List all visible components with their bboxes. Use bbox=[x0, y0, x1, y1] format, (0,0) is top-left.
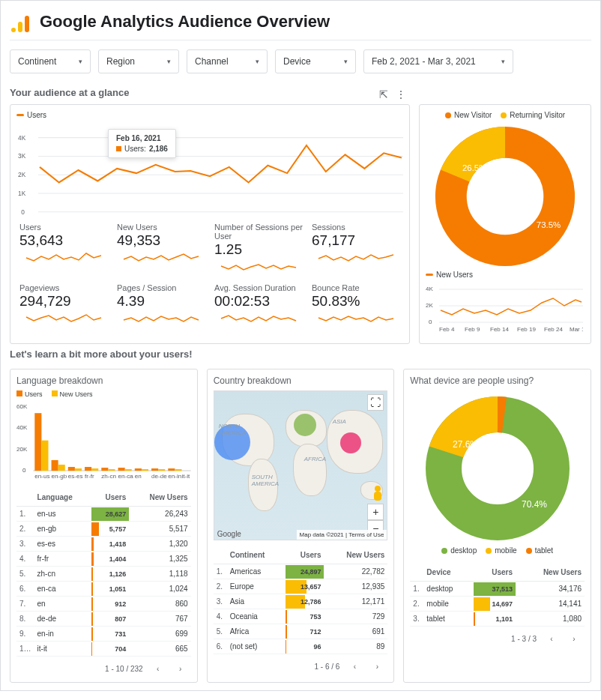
table-row[interactable]: 5. zh-cn 1,126 1,118 bbox=[16, 567, 191, 582]
svg-text:2K: 2K bbox=[426, 302, 433, 309]
table-row[interactable]: 4. fr-fr 1,404 1,325 bbox=[16, 552, 191, 567]
share-icon[interactable]: ⇱ bbox=[379, 88, 388, 100]
filter-bar: Continent▾ Region▾ Channel▾ Device▾ Feb … bbox=[10, 40, 591, 82]
filter-continent[interactable]: Continent▾ bbox=[10, 49, 91, 73]
fullscreen-button[interactable]: ⛶ bbox=[367, 394, 384, 411]
table-row[interactable]: 3. es-es 1,418 1,320 bbox=[16, 537, 191, 552]
svg-text:Feb 19: Feb 19 bbox=[517, 326, 536, 333]
svg-text:Feb 24: Feb 24 bbox=[544, 326, 563, 333]
svg-rect-51 bbox=[91, 468, 98, 471]
zoom-in-button[interactable]: + bbox=[367, 504, 384, 520]
svg-rect-59 bbox=[158, 469, 165, 471]
visitor-donut-chart[interactable]: 73.5% 26.5% bbox=[434, 125, 576, 268]
svg-rect-57 bbox=[142, 469, 148, 471]
svg-rect-54 bbox=[118, 468, 125, 471]
table-row[interactable]: 8. de-de 807 767 bbox=[16, 612, 191, 627]
table-row[interactable]: 3. tablet 1,101 1,080 bbox=[410, 612, 585, 627]
language-table: LanguageUsersNew Users 1. en-us 28,627 2… bbox=[16, 489, 191, 657]
prev-button[interactable]: ‹ bbox=[151, 661, 166, 676]
table-row[interactable]: 2. Europe 13,657 12,935 bbox=[214, 579, 388, 594]
filter-label: Device bbox=[283, 56, 311, 67]
table-row[interactable]: 2. mobile 14,697 14,141 bbox=[410, 597, 585, 612]
filter-label: Continent bbox=[18, 56, 56, 67]
svg-text:3K: 3K bbox=[18, 153, 26, 160]
svg-rect-61 bbox=[175, 469, 181, 471]
new-users-sparkline[interactable]: 4K2K0 Feb 4Feb 9Feb 14Feb 19Feb 24Mar 1 bbox=[426, 282, 583, 334]
language-bar-chart[interactable]: 60K40K20K0 en-usen-gbes-esfr-frzh-cnen-c… bbox=[16, 399, 191, 483]
table-row[interactable]: 1. en-us 28,627 26,243 bbox=[16, 507, 191, 522]
svg-text:20K: 20K bbox=[16, 446, 28, 453]
table-row[interactable]: 5. Africa 712 691 bbox=[214, 624, 388, 639]
svg-text:zh-cn: zh-cn bbox=[101, 473, 116, 480]
svg-rect-46 bbox=[52, 460, 58, 471]
legend-label: Returning Visitor bbox=[510, 111, 565, 119]
continent-table: ContinentUsersNew Users 1. Americas 24,8… bbox=[214, 546, 388, 654]
svg-rect-47 bbox=[58, 465, 65, 471]
kpi-users: Users53,643 bbox=[16, 221, 111, 279]
kpi-pages-session: Pages / Session4.39 bbox=[114, 282, 208, 331]
svg-text:Feb 9: Feb 9 bbox=[465, 326, 480, 333]
kpi-sessions: Sessions67,177 bbox=[309, 221, 403, 279]
tooltip-metric: Users: bbox=[124, 145, 146, 153]
prev-button[interactable]: ‹ bbox=[347, 659, 362, 674]
table-row[interactable]: 2. en-gb 5,757 5,517 bbox=[16, 522, 191, 537]
table-row[interactable]: 7. en 912 860 bbox=[16, 597, 191, 612]
svg-rect-56 bbox=[135, 468, 142, 471]
table-row[interactable]: 3. Asia 12,786 12,171 bbox=[214, 594, 388, 609]
pager-text: 1 - 3 / 3 bbox=[511, 635, 537, 643]
table-row[interactable]: 1… it-it 704 665 bbox=[16, 642, 191, 657]
pegman-icon[interactable] bbox=[372, 486, 384, 504]
kpi-new-users: New Users49,353 bbox=[114, 221, 208, 279]
svg-text:4K: 4K bbox=[18, 135, 26, 142]
legend-label: mobile bbox=[495, 546, 516, 555]
svg-text:en-in: en-in bbox=[168, 473, 181, 480]
svg-text:en: en bbox=[135, 473, 142, 480]
users-trend-chart[interactable]: 4K3K2K1K0 Feb 4Feb 6Feb 8Feb 10Feb 12Feb… bbox=[16, 122, 403, 215]
filter-device[interactable]: Device▾ bbox=[275, 49, 356, 73]
panel-title: What device are people using? bbox=[410, 375, 585, 386]
filter-region[interactable]: Region▾ bbox=[98, 49, 179, 73]
legend-label: tablet bbox=[535, 546, 553, 555]
svg-rect-48 bbox=[68, 467, 75, 471]
filter-channel[interactable]: Channel▾ bbox=[187, 49, 268, 73]
next-button[interactable]: › bbox=[369, 659, 384, 674]
svg-text:4K: 4K bbox=[426, 286, 433, 292]
svg-text:0: 0 bbox=[22, 467, 26, 474]
next-button[interactable]: › bbox=[567, 631, 582, 646]
filter-date-range[interactable]: Feb 2, 2021 - Mar 3, 2021▾ bbox=[363, 49, 513, 73]
map-brand: Google bbox=[217, 530, 241, 538]
country-panel: Country breakdown NORTHAMERICA ASIA AFRI… bbox=[207, 369, 395, 683]
svg-text:73.5%: 73.5% bbox=[537, 220, 561, 229]
more-icon[interactable]: ⋮ bbox=[396, 88, 406, 100]
caret-down-icon: ▾ bbox=[501, 58, 505, 65]
page-title: Google Analytics Audience Overview bbox=[40, 12, 330, 31]
table-row[interactable]: 1. Americas 24,897 22,782 bbox=[214, 564, 388, 579]
terms-link[interactable]: Terms of Use bbox=[348, 531, 384, 538]
tooltip-date: Feb 16, 2021 bbox=[116, 134, 168, 142]
prev-button[interactable]: ‹ bbox=[544, 631, 559, 646]
table-row[interactable]: 6. en-ca 1,051 1,024 bbox=[16, 582, 191, 597]
table-row[interactable]: 4. Oceania 753 729 bbox=[214, 609, 388, 624]
table-row[interactable]: 6. (not set) 96 89 bbox=[214, 639, 388, 654]
caret-down-icon: ▾ bbox=[79, 58, 82, 65]
svg-text:Feb 14: Feb 14 bbox=[490, 326, 509, 333]
filter-label: Feb 2, 2021 - Mar 3, 2021 bbox=[372, 56, 476, 67]
svg-text:2K: 2K bbox=[18, 172, 26, 178]
svg-text:0: 0 bbox=[429, 319, 432, 325]
svg-text:1K: 1K bbox=[18, 190, 26, 197]
legend-label: New Users bbox=[60, 390, 93, 398]
legend-label: New Users bbox=[436, 271, 473, 279]
device-donut-chart[interactable]: 70.4% 27.6% bbox=[423, 393, 573, 543]
world-map[interactable]: NORTHAMERICA ASIA AFRICA SOUTHAMERICA ⛶ … bbox=[214, 390, 388, 540]
tooltip-value: 2,186 bbox=[149, 145, 168, 153]
kpi-pageviews: Pageviews294,729 bbox=[16, 282, 111, 331]
table-row[interactable]: 9. en-in 731 699 bbox=[16, 627, 191, 642]
svg-text:0: 0 bbox=[21, 209, 25, 215]
legend-label: Users bbox=[27, 111, 46, 119]
language-panel: Language breakdown Users New Users 60K40… bbox=[10, 369, 198, 683]
table-row[interactable]: 1. desktop 37,513 34,176 bbox=[410, 582, 585, 597]
svg-text:70.4%: 70.4% bbox=[522, 499, 547, 510]
device-panel: What device are people using? 70.4% 27.6… bbox=[403, 369, 591, 683]
visitor-type-card: New Visitor Returning Visitor 73.5% 26.5… bbox=[419, 104, 591, 344]
next-button[interactable]: › bbox=[173, 661, 188, 676]
